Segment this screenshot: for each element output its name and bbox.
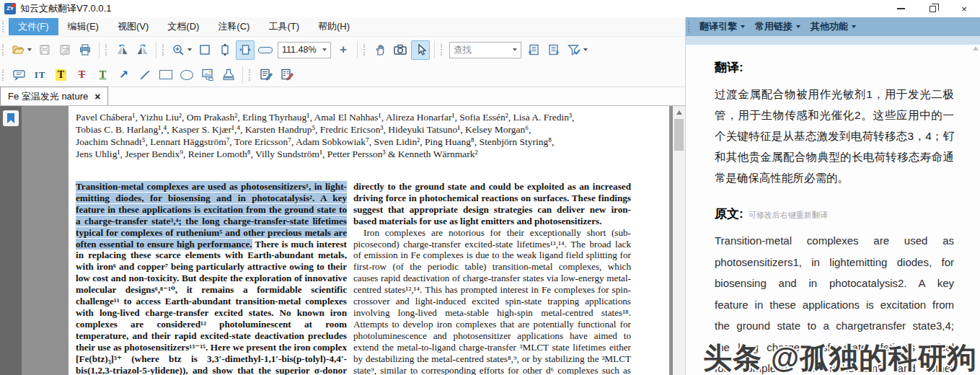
save-as-icon: [58, 43, 71, 56]
menu-bar: 文件(F) 编辑(E) 视图(V) 文档(D) 注释(C) 工具(T) 帮助(H…: [0, 17, 685, 36]
menu-file[interactable]: 文件(F): [9, 18, 58, 35]
chevron-down-icon: [187, 48, 192, 51]
image-stamp-tool-button[interactable]: [198, 66, 216, 84]
menu-label: 翻译引擎: [699, 20, 737, 33]
comment-bubble-icon: [12, 69, 27, 81]
stamp-icon: [221, 68, 236, 81]
fit-visible-button[interactable]: [236, 40, 255, 60]
chevron-down-icon: [513, 48, 517, 51]
stamp-tool-button[interactable]: [219, 66, 237, 84]
find-previous-button[interactable]: [524, 40, 543, 60]
separator: [434, 41, 435, 58]
bookmarks-panel-button[interactable]: [3, 110, 19, 126]
toolbar-grip: [688, 21, 691, 32]
annotation-manage-button[interactable]: [278, 66, 296, 84]
scroll-up-icon[interactable]: [973, 46, 979, 50]
menu-document[interactable]: 文档(D): [158, 18, 208, 35]
menu-annotate[interactable]: 注释(C): [208, 18, 259, 35]
original-text[interactable]: Transition-metal complexes are used as p…: [715, 230, 954, 375]
main-toolbar: 111.48% + 查找: [0, 36, 685, 63]
menu-view[interactable]: 视图(V): [108, 18, 158, 35]
minimize-icon[interactable]: [885, 0, 917, 17]
abstract-text: There is much interest in replacing thes…: [76, 239, 347, 375]
author-line: Joachim Schnadt⁵, Lennart Häggström⁷, To…: [76, 136, 635, 148]
window-controls: ×: [885, 0, 980, 17]
find-input[interactable]: 查找: [449, 42, 521, 58]
rotate-left-button[interactable]: [112, 40, 131, 60]
search-highlight-button[interactable]: [565, 40, 590, 60]
menu-translation-engine[interactable]: 翻译引擎: [699, 20, 745, 33]
translation-text[interactable]: 过渡金属配合物被用作光敏剂1，用于发光二极管，用于生物传感和光催化2。这些应用中…: [715, 84, 954, 188]
tab-label: Fe 室温发光 nature: [8, 90, 88, 103]
toolbar-grip: [105, 44, 108, 56]
arrow-tool-button[interactable]: ↗: [115, 66, 133, 84]
toolbar-grip: [363, 44, 366, 56]
fit-width-icon: [218, 43, 231, 56]
chevron-down-icon: [796, 25, 800, 28]
zoom-level-select[interactable]: 111.48%: [278, 42, 331, 58]
save-as-button[interactable]: [56, 40, 74, 60]
author-line: Jens Uhlig¹, Jesper Bendix⁹, Reiner Lomo…: [76, 148, 635, 160]
fit-visible-icon: [239, 43, 252, 56]
select-tool-button[interactable]: [411, 40, 430, 60]
document-scrollbar[interactable]: [673, 106, 685, 375]
separator: [99, 41, 100, 58]
toolbar-grip: [249, 69, 252, 81]
zoom-out-button[interactable]: [256, 40, 275, 60]
comment-tool-button[interactable]: [10, 66, 28, 84]
document-area: Pavel Chábera¹, Yizhu Liu², Om Prakash²,…: [0, 106, 685, 375]
menu-help[interactable]: 帮助(H): [309, 18, 359, 35]
window-title: 知云文献翻译V7.0.0.1: [20, 2, 111, 15]
toolbar-grip: [162, 44, 165, 56]
annotation-list-button[interactable]: [257, 66, 275, 84]
menu-label: 常用链接: [755, 20, 793, 33]
find-placeholder: 查找: [454, 44, 472, 56]
tab-close-icon[interactable]: ×: [94, 91, 100, 102]
zoom-tool-button[interactable]: [169, 40, 194, 60]
document-tab[interactable]: Fe 室温发光 nature ×: [0, 87, 108, 105]
menu-common-links[interactable]: 常用链接: [755, 20, 800, 33]
strikeout-tool-button[interactable]: T: [73, 66, 91, 84]
abstract-left-column: Transition-metal complexes are used as p…: [76, 181, 347, 375]
underline-tool-button[interactable]: T: [94, 66, 112, 84]
funnel-check-icon: [567, 43, 581, 56]
find-next-button[interactable]: [544, 40, 563, 60]
zoom-in-button[interactable]: +: [334, 40, 353, 60]
save-icon: [38, 43, 51, 56]
close-icon[interactable]: ×: [948, 0, 980, 17]
pdf-page[interactable]: Pavel Chábera¹, Yizhu Liu², Om Prakash²,…: [69, 106, 669, 375]
panel-toolbar: 翻译引擎 常用链接 其他功能: [686, 17, 980, 36]
rotate-left-icon: [115, 43, 129, 56]
annotation-toolbar: IT T T T ↗: [0, 63, 685, 87]
save-button[interactable]: [35, 40, 54, 60]
toolbar-grip: [2, 21, 5, 32]
zoom-in-icon: +: [340, 43, 347, 57]
scrollbar-thumb[interactable]: [674, 119, 684, 151]
rotate-right-button[interactable]: [133, 40, 151, 60]
open-file-button[interactable]: [9, 40, 34, 60]
panel-scrollbar[interactable]: [971, 45, 980, 375]
hand-tool-button[interactable]: [371, 40, 389, 60]
abstract-right-column: directly to the ground state and could b…: [353, 181, 631, 375]
panel-body: 翻译: 过渡金属配合物被用作光敏剂1，用于发光二极管，用于生物传感和光催化2。这…: [686, 45, 980, 375]
note-pencil-icon: [259, 68, 273, 81]
ellipse-tool-button[interactable]: [177, 66, 195, 84]
line-tool-button[interactable]: [136, 66, 154, 84]
title-bar: ZY 知云文献翻译V7.0.0.1 ×: [0, 0, 980, 17]
highlight-tool-button[interactable]: T: [52, 66, 70, 84]
fit-page-button[interactable]: [195, 40, 214, 60]
text-select-tool-button[interactable]: IT: [31, 66, 49, 84]
menu-edit[interactable]: 编辑(E): [58, 18, 108, 35]
menu-tools[interactable]: 工具(T): [259, 18, 309, 35]
fit-width-button[interactable]: [216, 40, 234, 60]
underline-icon: T: [100, 69, 106, 81]
snapshot-button[interactable]: [391, 40, 410, 60]
printer-icon: [79, 43, 92, 56]
rectangle-tool-button[interactable]: [156, 66, 175, 84]
print-button[interactable]: [76, 40, 94, 60]
zoom-level-value: 111.48%: [282, 45, 317, 55]
scroll-up-icon[interactable]: [676, 110, 682, 115]
restore-icon[interactable]: [917, 0, 948, 17]
panel-header-strip: [686, 36, 980, 45]
menu-other-functions[interactable]: 其他功能: [811, 20, 856, 33]
